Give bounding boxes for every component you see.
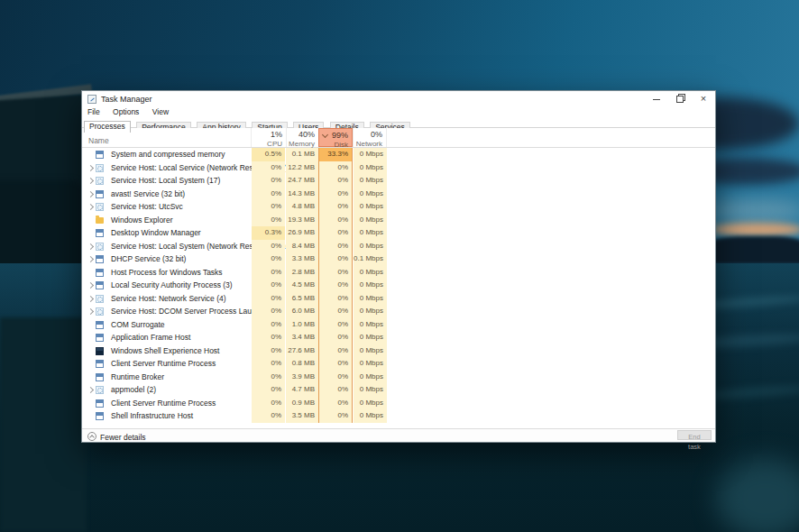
expand-chevron-icon[interactable] <box>87 295 94 301</box>
task-manager-window: Task Manager File Options View Processes… <box>81 90 716 443</box>
process-row[interactable]: Service Host: Network Service (4) 0% 6.5… <box>82 292 715 306</box>
process-row[interactable]: Service Host: Local System (Network Rest… <box>82 240 715 253</box>
process-icon <box>96 399 104 408</box>
network-cell: 0 Mbps <box>354 200 387 214</box>
cpu-cell: 0% <box>252 174 285 188</box>
memory-cell: 26.9 MB <box>286 226 318 240</box>
process-row[interactable]: Application Frame Host 0% 3.4 MB 0% 0 Mb… <box>82 331 715 344</box>
memory-cell: 4.8 MB <box>286 200 318 214</box>
chevron-up-circle-icon <box>87 432 96 441</box>
close-button[interactable] <box>692 91 715 106</box>
process-row[interactable]: Windows Shell Experience Host 0% 27.6 MB… <box>82 344 715 358</box>
task-manager-icon <box>87 95 96 104</box>
window-controls <box>645 91 715 106</box>
process-name: DHCP Service (32 bit) <box>111 252 186 266</box>
minimize-button[interactable] <box>645 91 668 106</box>
process-row[interactable]: DHCP Service (32 bit) 0% 3.3 MB 0% 0.1 M… <box>82 252 715 266</box>
menu-view[interactable]: View <box>147 107 174 116</box>
process-icon <box>96 151 104 159</box>
column-header-cpu[interactable]: 1% CPU <box>251 128 286 147</box>
disk-cell: 0% <box>318 226 353 240</box>
process-row[interactable]: Runtime Broker 0% 3.9 MB 0% 0 Mbps <box>82 371 715 384</box>
cpu-label: CPU <box>252 140 282 148</box>
disk-cell: 0% <box>318 174 353 188</box>
cpu-cell: 0% <box>252 200 285 214</box>
memory-cell: 3.4 MB <box>286 331 318 344</box>
column-header-disk[interactable]: 99% Disk <box>318 128 353 147</box>
process-row[interactable]: Desktop Window Manager 0.3% 26.9 MB 0% 0… <box>82 226 715 240</box>
disk-cell: 0% <box>318 188 353 201</box>
expand-chevron-icon[interactable] <box>87 190 94 197</box>
expand-chevron-icon[interactable] <box>87 164 94 170</box>
process-icon <box>96 229 104 237</box>
process-icon <box>96 334 104 342</box>
tab-processes[interactable]: Processes <box>84 121 131 133</box>
network-cell: 0 Mbps <box>354 305 387 318</box>
cpu-cell: 0.5% <box>252 148 285 161</box>
process-icon <box>96 177 104 185</box>
process-name: Service Host: Network Service (4) <box>111 292 226 306</box>
process-row[interactable]: Client Server Runtime Process 0% 0.8 MB … <box>82 357 715 371</box>
process-row[interactable]: Service Host: Local Service (Network Res… <box>82 161 715 175</box>
column-header-name[interactable]: Name <box>88 136 109 145</box>
title-bar[interactable]: Task Manager <box>82 91 715 107</box>
process-icon <box>96 243 104 251</box>
expand-chevron-icon[interactable] <box>87 178 94 184</box>
process-row[interactable]: Local Security Authority Process (3) 0% … <box>82 279 715 292</box>
process-row[interactable]: Shell Infrastructure Host 0% 3.5 MB 0% 0… <box>82 409 715 423</box>
cpu-cell: 0% <box>252 344 285 358</box>
expand-chevron-icon[interactable] <box>87 387 94 393</box>
cpu-cell: 0% <box>252 357 285 371</box>
process-icon <box>96 347 104 355</box>
process-row[interactable]: appmodel (2) 0% 4.7 MB 0% 0 Mbps <box>82 383 715 397</box>
memory-cell: 8.4 MB <box>286 240 318 253</box>
column-header-network[interactable]: 0% Network <box>353 128 387 147</box>
process-list: System and compressed memory 0.5% 0.1 MB… <box>82 148 715 423</box>
network-cell: 0 Mbps <box>354 357 387 371</box>
process-row[interactable]: Service Host: DCOM Server Process Launch… <box>82 305 715 318</box>
process-row[interactable]: COM Surrogate 0% 1.0 MB 0% 0 Mbps <box>82 318 715 332</box>
process-row[interactable]: Client Server Runtime Process 0% 0.9 MB … <box>82 397 715 410</box>
disk-cell: 0% <box>318 200 353 214</box>
process-icon <box>96 164 104 172</box>
expand-chevron-icon[interactable] <box>87 204 94 210</box>
network-cell: 0 Mbps <box>354 331 387 344</box>
network-cell: 0 Mbps <box>354 214 387 227</box>
process-row[interactable]: Windows Explorer 0% 19.3 MB 0% 0 Mbps <box>82 214 715 227</box>
menu-options[interactable]: Options <box>107 107 144 116</box>
expand-chevron-icon[interactable] <box>87 308 94 315</box>
process-row[interactable]: System and compressed memory 0.5% 0.1 MB… <box>82 148 715 161</box>
network-cell: 0 Mbps <box>354 409 387 423</box>
network-cell: 0 Mbps <box>354 371 387 384</box>
expand-chevron-icon[interactable] <box>87 256 94 262</box>
network-label: Network <box>354 140 382 148</box>
expand-chevron-icon[interactable] <box>87 243 94 249</box>
menu-bar: File Options View <box>82 107 715 116</box>
wallpaper-beach <box>0 317 87 532</box>
disk-cell: 0% <box>318 397 353 410</box>
process-row[interactable]: Service Host: UtcSvc 0% 4.8 MB 0% 0 Mbps <box>82 200 715 214</box>
cpu-cell: 0% <box>252 266 285 280</box>
column-header-memory[interactable]: 40% Memory <box>286 128 318 147</box>
column-header-row: Name 1% CPU 40% Memory 99% Disk 0% Netwo… <box>82 128 715 148</box>
menu-file[interactable]: File <box>82 107 106 116</box>
disk-cell: 0% <box>318 214 353 227</box>
process-name: Client Server Runtime Process <box>111 397 216 410</box>
fewer-details-toggle[interactable]: Fewer details <box>87 431 146 442</box>
network-cell: 0 Mbps <box>354 266 387 280</box>
expand-chevron-icon[interactable] <box>87 282 94 289</box>
process-icon <box>96 217 104 224</box>
disk-cell: 0% <box>318 409 353 423</box>
network-cell: 0 Mbps <box>354 174 387 188</box>
process-row[interactable]: Service Host: Local System (17) 0% 24.7 … <box>82 174 715 188</box>
process-row[interactable]: Host Process for Windows Tasks 0% 2.8 MB… <box>82 266 715 280</box>
process-row[interactable]: avast! Service (32 bit) 0% 14.3 MB 0% 0 … <box>82 188 715 201</box>
end-task-button[interactable]: End task <box>677 430 712 440</box>
network-cell: 0 Mbps <box>354 292 387 306</box>
memory-cell: 2.8 MB <box>286 266 318 280</box>
maximize-button[interactable] <box>668 91 692 106</box>
cpu-cell: 0% <box>252 188 285 201</box>
cpu-cell: 0% <box>252 214 285 227</box>
cpu-cell: 0% <box>252 279 285 292</box>
tab-strip: Processes Performance App history Startu… <box>82 116 715 128</box>
